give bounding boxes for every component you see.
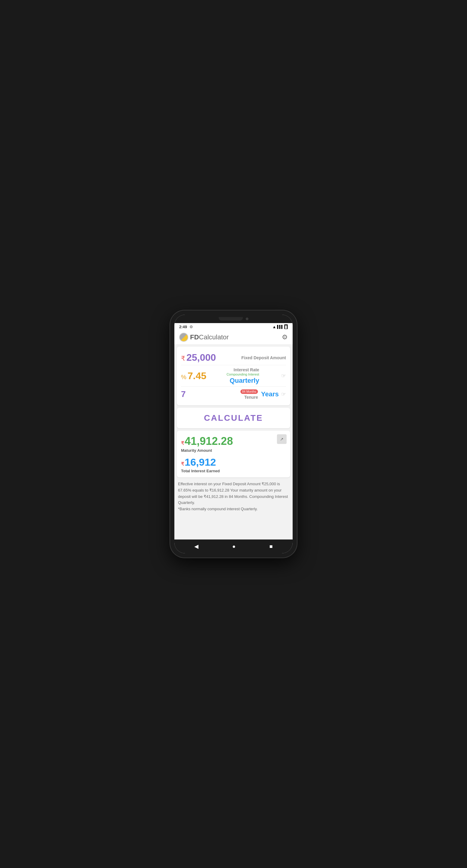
phone-device: 2:49 ⚙ ▲ ▌▌▌ ▮ FDCalculator ⚙ — [170, 310, 297, 558]
tenure-unit[interactable]: Years — [261, 390, 279, 398]
app-title: FDCalculator — [190, 333, 229, 341]
app-logo: FDCalculator — [179, 333, 229, 342]
camera-dot — [246, 318, 248, 320]
tenure-right: 84 Months Tenure Years ☞ — [240, 389, 286, 400]
interest-rupee-symbol: ₹ — [181, 461, 184, 467]
info-line2: *Banks normally compound interest Quarte… — [178, 506, 289, 513]
battery-icon: ▮ — [284, 324, 288, 329]
rate-left: % 7.45 — [181, 370, 206, 381]
interest-amount-value: 16,912 — [185, 456, 216, 468]
settings-icon[interactable]: ⚙ — [282, 333, 288, 341]
calculate-button[interactable]: CALCULATE — [182, 413, 285, 423]
deposit-currency-symbol: ₹ — [181, 355, 185, 363]
phone-notch — [174, 315, 293, 323]
maturity-amount-value: 41,912.28 — [185, 435, 233, 447]
status-time: 2:49 — [179, 324, 187, 329]
nav-recent-button[interactable]: ■ — [263, 542, 279, 551]
rate-label: Interest Rate — [233, 367, 259, 372]
app-title-fd: FD — [190, 333, 199, 341]
input-card: ₹ 25,000 Fixed Deposit Amount % 7.45 Int… — [177, 347, 290, 405]
deposit-left: ₹ 25,000 — [181, 352, 216, 363]
rate-row: % 7.45 Interest Rate Compounding Interes… — [181, 365, 286, 387]
calculate-card[interactable]: CALCULATE — [177, 408, 290, 428]
tenure-value[interactable]: 7 — [181, 390, 186, 399]
tenure-left: 7 — [181, 390, 186, 399]
info-line1: Effective interest on your Fixed Deposit… — [178, 481, 289, 506]
nav-home-button[interactable]: ● — [226, 542, 242, 551]
months-badge: 84 Months — [240, 390, 258, 394]
status-icons: ▲ ▌▌▌ ▮ — [272, 324, 288, 329]
status-bar: 2:49 ⚙ ▲ ▌▌▌ ▮ — [174, 323, 293, 330]
signal-icon: ▌▌▌ — [277, 325, 283, 329]
share-icon: ↗ — [280, 437, 284, 441]
phone-screen: 2:49 ⚙ ▲ ▌▌▌ ▮ FDCalculator ⚙ — [174, 315, 293, 553]
rate-percent-symbol: % — [181, 374, 186, 381]
deposit-row: ₹ 25,000 Fixed Deposit Amount — [181, 350, 286, 365]
nav-back-button[interactable]: ◀ — [188, 542, 205, 551]
rate-value[interactable]: 7.45 — [188, 370, 206, 381]
camera-notch — [219, 317, 243, 321]
maturity-amount-row: ₹ 41,912.28 — [181, 435, 286, 447]
touch-icon-rate: ☞ — [281, 373, 286, 379]
tenure-row: 7 84 Months Tenure Years ☞ — [181, 387, 286, 402]
share-button[interactable]: ↗ — [277, 434, 287, 444]
results-card: ↗ ₹ 41,912.28 Maturity Amount ₹ 16,912 T… — [177, 431, 290, 477]
nav-bar: ◀ ● ■ — [174, 539, 293, 553]
interest-amount-row: ₹ 16,912 — [181, 456, 286, 468]
main-content: ₹ 25,000 Fixed Deposit Amount % 7.45 Int… — [174, 344, 293, 539]
app-bar: FDCalculator ⚙ — [174, 330, 293, 344]
interest-label: Total Interest Earned — [181, 469, 286, 473]
app-title-calc: Calculator — [199, 333, 229, 341]
info-text-block: Effective interest on your Fixed Deposit… — [177, 480, 290, 515]
wifi-icon: ▲ — [272, 324, 276, 329]
maturity-rupee-symbol: ₹ — [181, 440, 184, 446]
status-gear-icon: ⚙ — [189, 324, 193, 329]
deposit-right: Fixed Deposit Amount — [241, 355, 286, 361]
compounding-label: Compounding Interest — [227, 373, 259, 376]
tenure-label: Tenure — [244, 395, 258, 400]
deposit-value[interactable]: 25,000 — [186, 352, 216, 363]
maturity-label: Maturity Amount — [181, 448, 286, 453]
deposit-label: Fixed Deposit Amount — [241, 355, 286, 360]
logo-icon — [179, 333, 188, 342]
rate-right: Interest Rate Compounding Interest Quart… — [227, 367, 259, 384]
compounding-value[interactable]: Quarterly — [230, 377, 259, 384]
touch-icon-tenure: ☞ — [281, 391, 286, 398]
